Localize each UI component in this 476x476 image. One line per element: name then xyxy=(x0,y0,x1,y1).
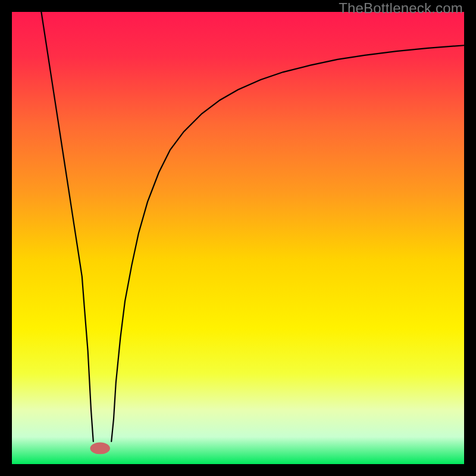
min-point-marker xyxy=(90,443,109,455)
bottleneck-chart xyxy=(12,12,464,464)
watermark-text: TheBottleneck.com xyxy=(339,0,463,17)
chart-frame xyxy=(12,12,464,464)
gradient-background xyxy=(12,12,464,464)
marker-layer xyxy=(90,443,109,455)
